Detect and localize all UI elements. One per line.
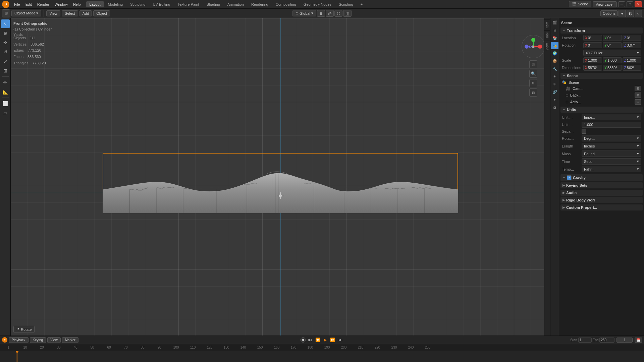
gravity-toggle[interactable]: ✓	[567, 175, 572, 180]
menu-help[interactable]: Help	[70, 2, 84, 7]
tab-shading[interactable]: Shading	[203, 1, 223, 7]
window-close[interactable]: ✕	[635, 1, 642, 7]
time-dropdown[interactable]: Seco... ▾	[582, 158, 641, 165]
rotation-dropdown[interactable]: Degr... ▾	[582, 135, 641, 141]
keying-menu[interactable]: Keying	[30, 337, 46, 343]
prop-world[interactable]: 🌍	[551, 50, 558, 57]
tab-modeling[interactable]: Modeling	[105, 1, 126, 7]
prop-physics[interactable]: ⚛	[551, 80, 558, 88]
location-y[interactable]: Y 0°	[603, 35, 622, 41]
rendered-view-btn[interactable]: ○	[635, 10, 642, 17]
marker-menu[interactable]: Marker	[62, 337, 78, 343]
scale-tool[interactable]: ⤢	[1, 57, 10, 66]
scene-item-camera[interactable]: 🎥 Cam... ⊞	[565, 85, 643, 92]
scene-selector[interactable]: 🎬 Scene	[569, 1, 591, 7]
scene-section-header[interactable]: ▼ Scene	[560, 73, 643, 79]
annotate-tool[interactable]: ✏	[1, 78, 10, 87]
tab-layout[interactable]: Layout	[86, 1, 104, 7]
scale-y[interactable]: Y 1.000	[603, 57, 622, 63]
menu-edit[interactable]: Edit	[23, 2, 35, 7]
mass-dropdown[interactable]: Pound ▾	[582, 150, 641, 157]
view-layer-selector[interactable]: View Layer	[593, 1, 617, 7]
tab-animation[interactable]: Animation	[224, 1, 247, 7]
play-btn[interactable]: ▶	[322, 337, 328, 343]
rotation-x[interactable]: X 0°	[583, 42, 602, 48]
back-selector[interactable]: ⊞	[635, 93, 641, 98]
prop-output[interactable]: 🖥	[551, 26, 558, 34]
tab-compositing[interactable]: Compositing	[272, 1, 300, 7]
rotation-y[interactable]: Y 0°	[603, 42, 622, 48]
zoom-out-btn[interactable]: ⊞	[529, 79, 537, 87]
tab-texture-paint[interactable]: Texture Paint	[174, 1, 202, 7]
prop-modifiers[interactable]: 🔧	[551, 65, 558, 72]
jump-end-btn[interactable]: ⏭	[337, 337, 344, 343]
prop-data[interactable]: ▾	[551, 96, 558, 103]
rotation-mode-dropdown[interactable]: XYZ Euler ▾	[583, 50, 641, 56]
tab-uv-editing[interactable]: UV Editing	[149, 1, 173, 7]
custom-properties-header[interactable]: ▶ Custom Propert...	[560, 204, 643, 210]
location-x[interactable]: X 0°	[583, 35, 602, 41]
separate-toggle[interactable]	[582, 129, 586, 134]
playback-menu[interactable]: Playback	[9, 337, 29, 343]
temperature-dropdown[interactable]: Fahr... ▾	[582, 166, 641, 172]
select-tool[interactable]: ↖	[1, 19, 10, 28]
current-frame-display[interactable]: 1	[616, 338, 633, 343]
rotate-tool[interactable]: ↺	[1, 48, 10, 56]
viewport[interactable]: Front Orthographic (1) Collection | Cyli…	[11, 18, 550, 336]
length-dropdown[interactable]: Inches ▾	[582, 143, 641, 149]
tab-rendering[interactable]: Rendering	[248, 1, 272, 7]
n-tab-view[interactable]: View	[544, 41, 550, 53]
grid-btn[interactable]: ⊡	[529, 88, 537, 97]
add-cube-tool[interactable]: ⬜	[1, 99, 10, 108]
tab-sculpting[interactable]: Sculpting	[127, 1, 149, 7]
mode-selector[interactable]: Object Mode ▾	[11, 10, 41, 16]
jump-start-btn[interactable]: ⏮	[307, 337, 313, 343]
n-tab-item[interactable]: Item	[544, 19, 550, 30]
proportional-edit[interactable]: ◎	[326, 10, 334, 17]
active-selector[interactable]: ⊞	[635, 99, 641, 105]
camera-selector[interactable]: ⊞	[635, 86, 641, 91]
prop-scene[interactable]: 🎭	[551, 42, 558, 49]
options-btn[interactable]: Options	[600, 10, 618, 16]
window-maximize[interactable]: □	[627, 1, 633, 7]
unit-scale-value[interactable]: 1.000	[582, 122, 641, 128]
prop-particles[interactable]: ✦	[551, 73, 558, 80]
record-btn[interactable]: ⏺	[301, 337, 306, 343]
cursor-tool[interactable]: ⊕	[1, 29, 10, 38]
scene-item-scene[interactable]: 🎭 Scene	[560, 79, 643, 85]
location-z[interactable]: Z 0°	[623, 35, 641, 41]
sidebar-toggle[interactable]: ⊞	[2, 9, 10, 17]
prev-frame-btn[interactable]: ⏪	[314, 337, 322, 343]
prop-object[interactable]: 📦	[551, 57, 558, 65]
tab-add[interactable]: +	[357, 1, 366, 7]
timeline-body[interactable]	[0, 351, 644, 362]
start-frame-input[interactable]	[578, 338, 592, 343]
tab-geometry-nodes[interactable]: Geometry Nodes	[300, 1, 335, 7]
menu-window[interactable]: Window	[52, 2, 70, 7]
material-view-btn[interactable]: ◐	[627, 10, 634, 17]
prop-constraints[interactable]: 🔗	[551, 88, 558, 96]
add-menu[interactable]: Add	[79, 10, 92, 16]
scene-item-active[interactable]: □ Activ... ⊞	[565, 99, 643, 105]
unit-system-dropdown[interactable]: Impe... ▾	[582, 114, 641, 120]
object-menu[interactable]: Object	[93, 10, 110, 16]
menu-render[interactable]: Render	[35, 2, 52, 7]
transform-pivot[interactable]: ⊙ Global ▾	[292, 10, 316, 16]
overlay-btn[interactable]: ⬡	[334, 10, 342, 17]
viewport-gizmo[interactable]: X Y Z	[522, 35, 545, 58]
menu-file[interactable]: File	[11, 2, 23, 7]
add-plane-tool[interactable]: ▱	[1, 109, 10, 117]
prop-material[interactable]: ◕	[551, 104, 558, 111]
zoom-camera-btn[interactable]: 🎥	[529, 60, 537, 68]
audio-header[interactable]: ▶ Audio	[560, 190, 643, 196]
tab-scripting[interactable]: Scripting	[335, 1, 357, 7]
view-menu-timeline[interactable]: View	[47, 337, 61, 343]
scale-z[interactable]: Z 1.000	[623, 57, 641, 63]
view-menu[interactable]: View	[46, 10, 60, 16]
gravity-header[interactable]: ▼ ✓ Gravity	[560, 174, 643, 181]
keying-sets-header[interactable]: ▶ Keying Sets	[560, 182, 643, 188]
xray-btn[interactable]: ◫	[343, 10, 352, 17]
n-tab-tool[interactable]: Tool	[544, 30, 550, 41]
transform-tool[interactable]: ⊞	[1, 66, 10, 75]
end-frame-input[interactable]	[599, 338, 614, 343]
